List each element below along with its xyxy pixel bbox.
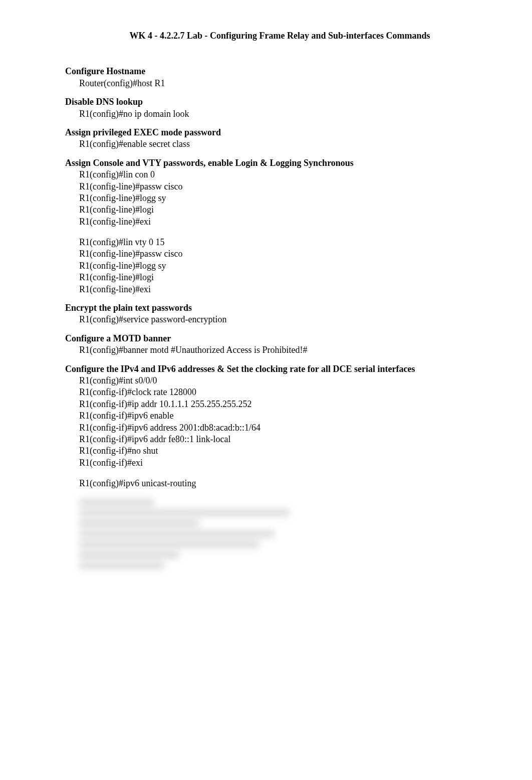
command-line: R1(config-if)#ipv6 addr fe80::1 link-loc… — [65, 434, 474, 445]
section-heading: Configure Hostname — [65, 66, 474, 77]
section-configure-hostname: Configure Hostname Router(config)#host R… — [65, 66, 474, 89]
section-heading: Assign Console and VTY passwords, enable… — [65, 157, 474, 169]
blurred-line — [79, 509, 290, 516]
command-line: R1(config-line)#exi — [65, 216, 474, 228]
section-privileged-exec-password: Assign privileged EXEC mode password R1(… — [65, 127, 474, 150]
section-heading: Assign privileged EXEC mode password — [65, 127, 474, 138]
command-line: R1(config-line)#passw cisco — [65, 181, 474, 192]
command-line: R1(config)#no ip domain look — [65, 108, 474, 120]
command-line: R1(config-line)#logi — [65, 272, 474, 283]
section-heading: Encrypt the plain text passwords — [65, 302, 474, 314]
command-line: R1(config)#ipv6 unicast-routing — [65, 478, 474, 489]
blurred-line — [79, 541, 259, 548]
section-heading: Configure a MOTD banner — [65, 333, 474, 344]
command-line: R1(config-if)#ipv6 address 2001:db8:acad… — [65, 422, 474, 434]
blurred-line — [79, 551, 179, 558]
blurred-line — [79, 530, 275, 537]
command-line: R1(config)#service password-encryption — [65, 314, 474, 325]
command-line: R1(config)#lin con 0 — [65, 169, 474, 180]
section-heading: Configure the IPv4 and IPv6 addresses & … — [65, 363, 474, 375]
command-line: R1(config-if)#exi — [65, 457, 474, 469]
command-line: R1(config-line)#logg sy — [65, 260, 474, 272]
section-heading: Disable DNS lookup — [65, 96, 474, 108]
command-line: R1(config-line)#exi — [65, 284, 474, 295]
page-title: WK 4 - 4.2.2.7 Lab - Configuring Frame R… — [85, 30, 474, 42]
section-motd-banner: Configure a MOTD banner R1(config)#banne… — [65, 333, 474, 356]
section-ipv4-ipv6-addresses: Configure the IPv4 and IPv6 addresses & … — [65, 363, 474, 490]
section-console-vty-passwords: Assign Console and VTY passwords, enable… — [65, 157, 474, 295]
blurred-preview-block — [65, 499, 474, 569]
command-line: R1(config-if)#ip addr 10.1.1.1 255.255.2… — [65, 399, 474, 410]
command-line: Router(config)#host R1 — [65, 78, 474, 89]
blurred-line — [79, 520, 199, 527]
section-encrypt-passwords: Encrypt the plain text passwords R1(conf… — [65, 302, 474, 326]
command-line: R1(config-if)#ipv6 enable — [65, 410, 474, 422]
command-line: R1(config)#int s0/0/0 — [65, 375, 474, 386]
blurred-line — [79, 499, 154, 506]
command-line: R1(config)#banner motd #Unauthorized Acc… — [65, 344, 474, 356]
command-line: R1(config-line)#logg sy — [65, 192, 474, 204]
blurred-line — [79, 562, 164, 569]
command-line: R1(config-if)#no shut — [65, 445, 474, 457]
command-line: R1(config)#lin vty 0 15 — [65, 237, 474, 248]
command-line: R1(config)#enable secret class — [65, 138, 474, 150]
command-line: R1(config-line)#logi — [65, 204, 474, 216]
section-disable-dns-lookup: Disable DNS lookup R1(config)#no ip doma… — [65, 96, 474, 120]
command-line: R1(config-if)#clock rate 128000 — [65, 386, 474, 398]
command-line: R1(config-line)#passw cisco — [65, 248, 474, 260]
